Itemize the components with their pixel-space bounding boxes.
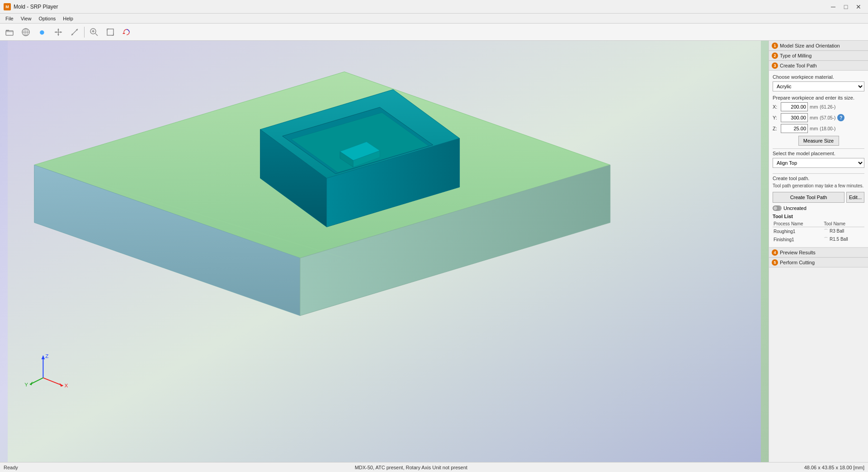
step3-content: Choose workpiece material. Acrylic Wax C… xyxy=(769,71,868,248)
toolbar-separator xyxy=(84,27,85,38)
z-unit: mm xyxy=(810,126,818,131)
uncreated-row: Uncreated xyxy=(773,205,864,211)
sphere-btn[interactable]: ● xyxy=(34,25,50,39)
step1-icon: 1 xyxy=(772,43,778,49)
tool-row-2: Finishing1 ⌒ R1.5 Ball xyxy=(773,235,864,243)
z-input[interactable] xyxy=(781,124,808,133)
globe-btn[interactable] xyxy=(18,25,33,39)
toolbar: ● xyxy=(0,24,868,41)
y-label: Y: xyxy=(773,115,779,120)
step1-title: Model Size and Orientation xyxy=(780,43,840,48)
y-unit: mm xyxy=(810,115,818,120)
main-layout: Z X Y 1 Model Size and Orientation 2 Typ… xyxy=(0,41,868,462)
placement-label: Select the model placement. xyxy=(773,151,864,156)
svg-marker-24 xyxy=(123,32,125,34)
material-select[interactable]: Acrylic Wax Chemical Wood Foam xyxy=(773,81,864,91)
step2-title: Type of Milling xyxy=(780,53,811,58)
create-toolpath-label: Create tool path. xyxy=(773,176,864,181)
viewport[interactable]: Z X Y xyxy=(0,41,769,462)
edit-button[interactable]: Edit... xyxy=(846,192,864,203)
app-title: Mold - SRP Player xyxy=(14,4,58,10)
move-btn[interactable] xyxy=(51,25,66,39)
x-input[interactable] xyxy=(781,102,808,111)
toolpath-btn-row: Create Tool Path Edit... xyxy=(773,192,864,203)
zoom-btn[interactable] xyxy=(86,25,102,39)
preview-results-title: Preview Results xyxy=(780,250,816,255)
svg-text:X: X xyxy=(64,382,68,388)
uncreated-toggle-icon xyxy=(773,205,782,211)
tool-2: ⌒ R1.5 Ball xyxy=(823,235,864,243)
svg-line-16 xyxy=(95,33,98,36)
perform-cutting-header[interactable]: 5 Perform Cutting xyxy=(769,257,868,267)
x-dimension-row: X: mm (61.26-) xyxy=(773,102,864,111)
menu-help[interactable]: Help xyxy=(59,15,77,22)
prepare-size-label: Prepare workpiece and enter its size. xyxy=(773,95,864,100)
tool-icon-2: ⌒ xyxy=(824,237,828,242)
svg-marker-11 xyxy=(60,31,62,33)
open-file-btn[interactable] xyxy=(2,25,17,39)
process-2: Finishing1 xyxy=(773,235,823,243)
col-process: Process Name xyxy=(773,221,823,227)
coordinates: 48.06 x 43.85 x 18.00 [mm] xyxy=(804,465,864,470)
process-1: Roughing1 xyxy=(773,227,823,236)
create-toolpath-button[interactable]: Create Tool Path xyxy=(773,192,844,203)
machine-info: MDX-50, ATC present, Rotary Axis Unit no… xyxy=(355,465,467,470)
uncreated-dot xyxy=(773,206,778,210)
material-label: Choose workpiece material. xyxy=(773,74,864,80)
minimize-button[interactable]: ─ xyxy=(827,2,839,11)
step2-icon: 2 xyxy=(772,52,778,59)
svg-text:Z: Z xyxy=(45,353,48,359)
menu-bar: File View Options Help xyxy=(0,14,868,24)
tool-1: ⌒ R3 Ball xyxy=(823,227,864,236)
preview-step-icon: 4 xyxy=(772,249,778,256)
window-controls: ─ □ ✕ xyxy=(827,2,864,11)
svg-text:Y: Y xyxy=(24,381,28,387)
svg-marker-8 xyxy=(57,29,59,30)
uncreated-label: Uncreated xyxy=(783,205,807,211)
step3-icon: 3 xyxy=(772,62,778,69)
status-bar: Ready MDX-50, ATC present, Rotary Axis U… xyxy=(0,462,868,472)
rotate-btn[interactable] xyxy=(119,25,134,39)
divider2 xyxy=(773,173,864,174)
z-label: Z: xyxy=(773,126,779,131)
x-label: X: xyxy=(773,104,779,110)
title-bar-left: M Mold - SRP Player xyxy=(4,3,58,10)
svg-rect-19 xyxy=(107,29,113,35)
fit-btn[interactable] xyxy=(103,25,118,39)
x-range: (61.26-) xyxy=(820,105,835,110)
right-panel: 1 Model Size and Orientation 2 Type of M… xyxy=(769,41,868,462)
tool-row-1: Roughing1 ⌒ R3 Ball xyxy=(773,227,864,236)
step2-header[interactable]: 2 Type of Milling xyxy=(769,51,868,61)
menu-view[interactable]: View xyxy=(17,15,35,22)
z-dimension-row: Z: mm (18.00-) xyxy=(773,124,864,133)
svg-marker-9 xyxy=(57,34,59,36)
svg-marker-10 xyxy=(55,31,57,33)
placement-select[interactable]: Align Top Align Bottom Center xyxy=(773,158,864,168)
col-tool: Tool Name xyxy=(823,221,864,227)
help-icon[interactable]: ? xyxy=(837,114,844,121)
translate-btn[interactable] xyxy=(67,25,82,39)
toolpath-note: Tool path generation may take a few minu… xyxy=(773,183,864,189)
3d-scene: Z X Y xyxy=(0,41,769,462)
tool-list-header: Tool List xyxy=(773,214,864,219)
z-range: (18.00-) xyxy=(820,126,835,131)
step3-title: Create Tool Path xyxy=(780,63,817,68)
maximize-button[interactable]: □ xyxy=(840,2,852,11)
step1-header[interactable]: 1 Model Size and Orientation xyxy=(769,41,868,51)
y-range: (57.05-) xyxy=(820,115,835,120)
tool-list-table: Process Name Tool Name Roughing1 ⌒ R3 Ba… xyxy=(773,221,864,243)
menu-file[interactable]: File xyxy=(2,15,17,22)
y-input[interactable] xyxy=(781,113,808,122)
step3-header[interactable]: 3 Create Tool Path xyxy=(769,61,868,71)
menu-options[interactable]: Options xyxy=(35,15,59,22)
tool-icon-1: ⌒ xyxy=(824,229,828,234)
preview-results-header[interactable]: 4 Preview Results xyxy=(769,248,868,257)
divider1 xyxy=(773,148,864,149)
cutting-step-icon: 5 xyxy=(772,259,778,266)
y-dimension-row: Y: mm (57.05-) ? xyxy=(773,113,864,122)
close-button[interactable]: ✕ xyxy=(853,2,864,11)
status-text: Ready xyxy=(4,465,18,470)
perform-cutting-title: Perform Cutting xyxy=(780,260,815,265)
measure-size-button[interactable]: Measure Size xyxy=(798,136,839,146)
title-bar: M Mold - SRP Player ─ □ ✕ xyxy=(0,0,868,14)
